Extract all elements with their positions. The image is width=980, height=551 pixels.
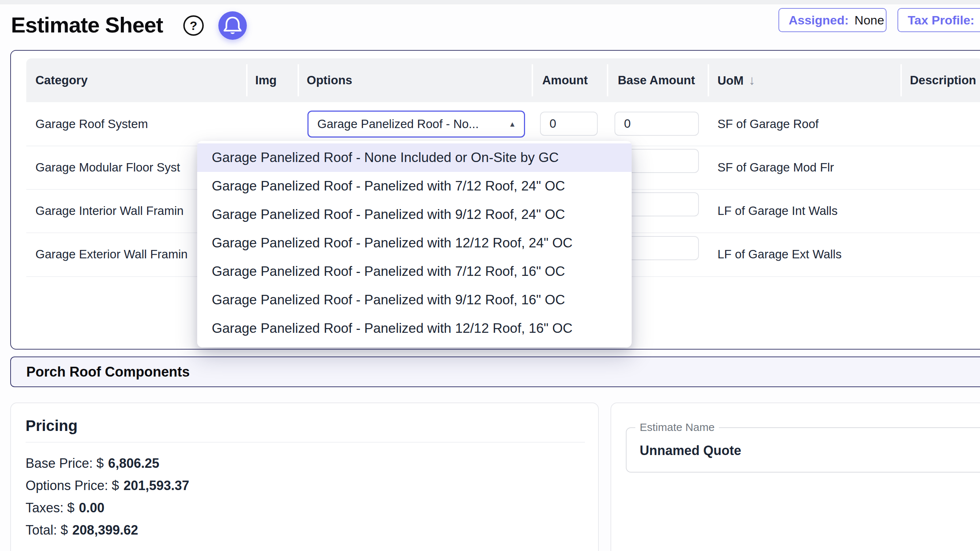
estimate-name-field[interactable]: Estimate Name Unnamed Quote: [626, 427, 980, 473]
column-divider: [298, 64, 299, 96]
column-header-img[interactable]: Img: [255, 59, 277, 102]
sort-descending-icon: ↓: [749, 73, 755, 87]
pricing-divider: [25, 442, 585, 443]
dropdown-option[interactable]: Garage Panelized Roof - Panelized with 1…: [197, 314, 632, 343]
table-header-row: Category Img Options Amount Base Amount …: [26, 59, 980, 102]
uom-cell: SF of Garage Mod Flr: [718, 146, 834, 189]
pricing-title: Pricing: [25, 417, 77, 435]
question-mark-glyph: ?: [190, 19, 197, 33]
notifications-button[interactable]: [218, 11, 247, 40]
uom-cell: LF of Garage Int Walls: [718, 189, 838, 232]
taxes-line: Taxes: $0.00: [25, 497, 189, 519]
column-header-uom[interactable]: UoM↓: [718, 59, 755, 102]
options-price-line: Options Price: $201,593.37: [25, 474, 189, 497]
assigned-chip[interactable]: Assigned: None: [778, 8, 886, 32]
category-cell: Garage Exterior Wall Framin: [35, 232, 188, 276]
category-cell: Garage Modular Floor Syst: [35, 146, 180, 189]
assigned-chip-value: None: [854, 13, 884, 27]
category-cell: Garage Interior Wall Framin: [35, 189, 184, 232]
section-title: Porch Roof Components: [26, 364, 190, 380]
column-header-base-amount[interactable]: Base Amount: [618, 59, 695, 102]
total-line: Total: $208,399.62: [25, 519, 189, 541]
dropdown-option[interactable]: Garage Panelized Roof - Panelized with 9…: [197, 286, 632, 314]
pricing-card: Pricing Base Price: $6,806.25 Options Pr…: [10, 402, 599, 551]
dropdown-option[interactable]: Garage Panelized Roof - Panelized with 9…: [197, 200, 632, 229]
bell-icon: [219, 12, 247, 40]
options-select-value: Garage Panelized Roof - No...: [317, 117, 479, 131]
category-cell: Garage Roof System: [35, 102, 148, 146]
column-divider: [246, 64, 248, 96]
tax-profile-chip-label: Tax Profile:: [908, 13, 975, 27]
dropdown-option[interactable]: Garage Panelized Roof - None Included or…: [197, 143, 632, 172]
column-header-amount[interactable]: Amount: [542, 59, 588, 102]
column-divider: [900, 64, 902, 96]
uom-cell: LF of Garage Ext Walls: [718, 232, 842, 276]
top-window-strip: [0, 0, 980, 5]
estimate-name-value: Unnamed Quote: [640, 428, 741, 473]
chevron-up-icon: ▲: [509, 120, 516, 129]
uom-cell: SF of Garage Roof: [718, 102, 819, 146]
column-header-category[interactable]: Category: [35, 59, 88, 102]
options-select[interactable]: Garage Panelized Roof - No... ▲: [307, 111, 525, 138]
column-divider: [531, 64, 533, 96]
porch-roof-components-section[interactable]: Porch Roof Components: [10, 357, 980, 387]
assigned-chip-label: Assigned:: [789, 13, 848, 27]
dropdown-option[interactable]: Garage Panelized Roof - Panelized with 7…: [197, 257, 632, 286]
dropdown-option[interactable]: Garage Panelized Roof - Panelized with 1…: [197, 229, 632, 257]
estimate-name-card: Estimate Name Unnamed Quote: [611, 402, 980, 551]
dropdown-option[interactable]: Garage Panelized Roof - Panelized with 7…: [197, 172, 632, 200]
base-price-line: Base Price: $6,806.25: [25, 452, 189, 474]
page-title: Estimate Sheet: [11, 13, 163, 38]
column-header-description[interactable]: Description: [910, 59, 976, 102]
help-icon[interactable]: ?: [183, 15, 204, 36]
tax-profile-chip[interactable]: Tax Profile: Ta: [897, 8, 980, 32]
pricing-lines: Base Price: $6,806.25 Options Price: $20…: [25, 452, 189, 541]
column-divider: [607, 64, 608, 96]
amount-input[interactable]: [540, 112, 598, 136]
estimate-sheet-page: Estimate Sheet ? Assigned: None Tax Prof…: [0, 0, 980, 551]
options-dropdown-menu: Garage Panelized Roof - None Included or…: [197, 141, 632, 348]
column-header-options[interactable]: Options: [307, 59, 352, 102]
base-amount-input[interactable]: [614, 112, 699, 136]
column-divider: [708, 64, 709, 96]
